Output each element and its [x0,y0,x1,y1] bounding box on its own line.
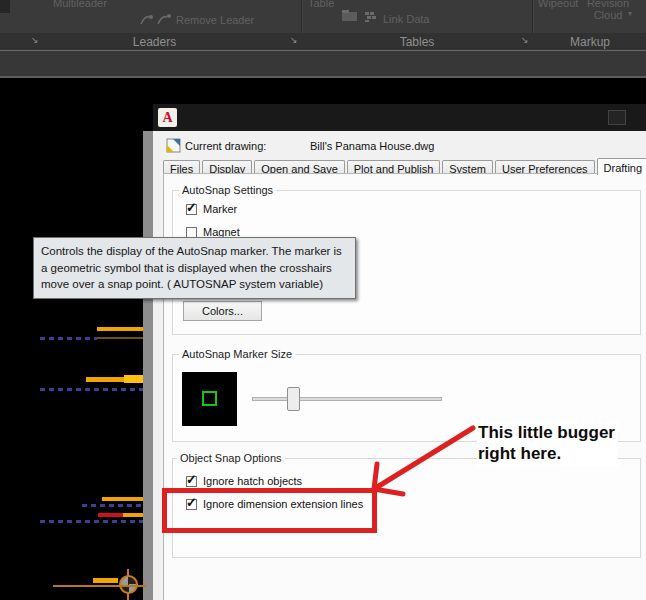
autosnap-marker-tooltip: Controls the display of the AutoSnap mar… [33,237,356,299]
multileader-button[interactable]: Multileader [53,0,107,9]
link-data-icon[interactable] [364,11,379,23]
current-drawing-row: Current drawing: Bill's Panama House.dwg [153,131,646,159]
checkbox-label: Ignore hatch objects [203,475,302,487]
remove-leader-icon[interactable] [157,13,172,26]
markup-panel-title: Markup [534,35,646,49]
revision-cloud-button[interactable]: Revision Cloud [584,0,632,21]
drawing-line [102,497,143,501]
drawing-dashed-line [40,337,97,340]
drawing-dashed-line [40,388,143,391]
remove-leader-button[interactable]: Remove Leader [176,14,254,26]
marker-size-slider[interactable] [252,397,442,401]
marker-size-slider-thumb[interactable] [287,387,300,411]
extract-data-icon[interactable] [341,8,359,23]
ribbon-corner [0,0,10,13]
snap-marker-icon [202,391,217,406]
panel-launcher-icon[interactable]: ↘ [290,35,298,45]
titlebar-control[interactable] [608,110,626,125]
colors-button[interactable]: Colors... [183,301,262,321]
ribbon-lower-bar [0,50,646,78]
marker-size-title: AutoSnap Marker Size [179,348,295,360]
checkmark-icon: ✓ [186,472,197,487]
add-leader-icon[interactable] [140,13,155,26]
wipeout-button[interactable]: Wipeout [538,0,578,9]
checkbox-label: Marker [203,203,237,215]
checkmark-icon: ✓ [186,495,197,510]
chevron-down-icon[interactable]: ▾ [628,9,632,18]
panel-launcher-icon[interactable]: ↘ [31,35,39,45]
dialog-titlebar[interactable]: A [153,104,646,131]
marker-size-preview [182,372,237,426]
drawing-dashed-line [82,504,143,507]
annotation-text: This little bugger right here. [477,421,618,467]
autosnap-settings-title: AutoSnap Settings [179,184,276,196]
drawing-line [86,377,126,382]
tab-drafting[interactable]: Drafting [597,158,646,175]
table-button[interactable]: Table [308,0,334,9]
drawing-line [124,375,143,383]
panel-launcher-icon[interactable]: ↘ [521,35,529,45]
drawing-line [97,337,143,339]
drawing-line [123,513,143,517]
ribbon: Multileader Remove Leader Table Link Dat… [0,0,646,50]
drawing-scrollbar[interactable] [143,131,153,600]
tables-panel-title: Tables [303,35,531,49]
current-drawing-label: Current drawing: [185,140,266,152]
object-snap-options-title: Object Snap Options [177,452,285,464]
drawing-line [97,327,143,331]
checkmark-icon: ✓ [186,200,197,215]
drawing-line [93,578,118,583]
annotation-line1: This little bugger [478,422,615,443]
drawing-dashed-line [40,520,143,523]
autocad-screen: Multileader Remove Leader Table Link Dat… [0,0,646,600]
dwg-file-icon [166,138,181,153]
drawing-line [98,513,123,517]
checkbox-label: Ignore dimension extension lines [203,498,363,510]
current-drawing-value: Bill's Panama House.dwg [310,140,434,152]
annotation-line2: right here. [478,443,615,464]
drawing-line [53,585,146,587]
leaders-panel-title: Leaders [8,35,301,49]
autocad-logo-icon: A [158,108,177,127]
panel-title-row: Leaders Tables Markup [0,33,646,50]
link-data-button[interactable]: Link Data [383,13,429,25]
